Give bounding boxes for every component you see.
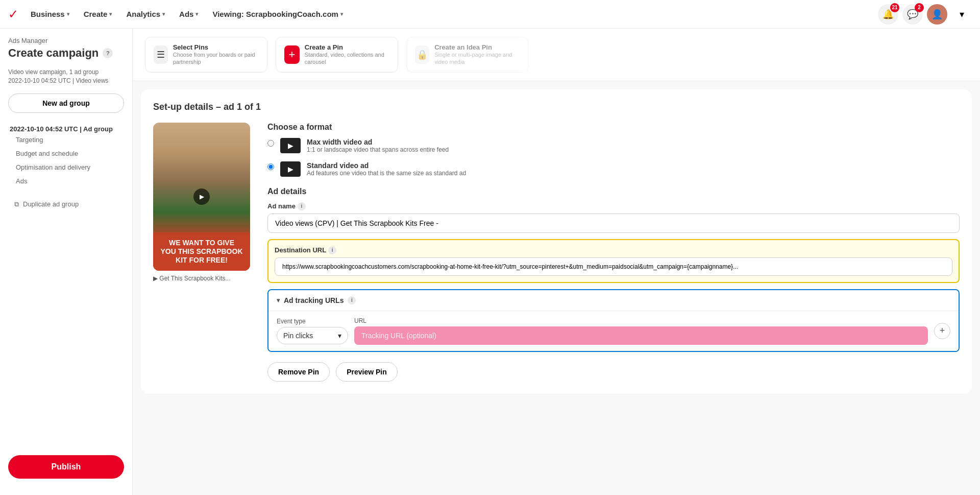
ad-name-input[interactable] xyxy=(267,214,960,233)
select-chevron-icon: ▾ xyxy=(338,332,341,340)
ads-chevron-icon: ▾ xyxy=(195,11,198,17)
notifications-button[interactable]: 🔔 21 xyxy=(878,4,898,25)
max-width-format-icon: ▶ xyxy=(280,138,301,153)
lock-icon: 🔒 xyxy=(415,45,429,64)
max-width-radio[interactable] xyxy=(267,140,274,147)
create-pin-icon: + xyxy=(284,45,300,64)
create-pin-option[interactable]: + Create a Pin Standard, video, collecti… xyxy=(276,37,398,73)
ad-details-subsection: Ad details Ad name i Destination URL i xyxy=(267,187,960,382)
tracking-info-icon[interactable]: i xyxy=(348,296,356,304)
new-ad-group-button[interactable]: New ad group xyxy=(8,93,124,113)
user-avatar[interactable]: 👤 xyxy=(927,4,947,25)
preview-pin-button[interactable]: Preview Pin xyxy=(336,362,398,382)
viewing-chevron-icon: ▾ xyxy=(340,11,343,17)
nav-business[interactable]: Business ▾ xyxy=(24,6,76,22)
tracking-row: Event type Pin clicks ▾ URL xyxy=(277,317,950,345)
sidebar-item-targeting[interactable]: Targeting xyxy=(10,133,124,147)
tracking-body: Event type Pin clicks ▾ URL xyxy=(268,311,959,351)
standard-video-format-option[interactable]: ▶ Standard video ad Ad features one vide… xyxy=(267,161,960,177)
pinterest-logo[interactable]: ✓ xyxy=(8,7,18,21)
select-pins-icon: ☰ xyxy=(154,45,168,64)
message-badge: 2 xyxy=(915,3,924,12)
analytics-chevron-icon: ▾ xyxy=(162,11,165,17)
preview-caption: ▶ Get This Scrapbook Kits... xyxy=(153,275,255,282)
notification-badge: 21 xyxy=(890,3,899,12)
setup-grid: ▶ WE WANT TO GIVE YOU THIS SCRAPBOOK KIT… xyxy=(153,123,960,382)
tracking-url-input[interactable] xyxy=(354,326,928,345)
destination-url-section: Destination URL i xyxy=(267,239,960,283)
nav-analytics[interactable]: Analytics ▾ xyxy=(120,6,171,22)
duplicate-ad-group-button[interactable]: ⧉ Duplicate ad group xyxy=(0,196,132,213)
messages-button[interactable]: 💬 2 xyxy=(902,4,923,25)
ad-tracking-toggle[interactable]: ▾ Ad tracking URLs i xyxy=(268,290,959,311)
sidebar: Ads Manager Create campaign ? Video view… xyxy=(0,29,133,495)
select-pins-option[interactable]: ☰ Select Pins Choose from your boards or… xyxy=(145,37,267,73)
business-chevron-icon: ▾ xyxy=(67,11,69,17)
sidebar-item-budget[interactable]: Budget and schedule xyxy=(10,147,124,160)
sidebar-item-ads[interactable]: Ads xyxy=(10,174,124,188)
event-type-select[interactable]: Pin clicks ▾ xyxy=(277,327,348,344)
create-idea-pin-option[interactable]: 🔒 Create an Idea Pin Single or multi-pag… xyxy=(406,37,529,73)
copy-icon: ⧉ xyxy=(14,200,19,208)
sidebar-item-optimisation[interactable]: Optimisation and delivery xyxy=(10,160,124,174)
ad-tracking-section: ▾ Ad tracking URLs i Event type Pin cli xyxy=(267,289,960,352)
breadcrumb: Ads Manager xyxy=(0,37,132,46)
ad-group-header[interactable]: 2022-10-10 04:52 UTC | Ad group xyxy=(10,125,124,133)
create-pin-text: Create a Pin Standard, video, collection… xyxy=(305,43,389,66)
page-layout: Ads Manager Create campaign ? Video view… xyxy=(0,29,980,495)
max-width-format-text: Max width video ad 1:1 or landscape vide… xyxy=(307,138,449,153)
ad-preview-image: ▶ WE WANT TO GIVE YOU THIS SCRAPBOOK KIT… xyxy=(153,123,250,271)
remove-pin-button[interactable]: Remove Pin xyxy=(267,362,330,382)
ad-name-info-icon[interactable]: i xyxy=(298,202,306,210)
nav-ads[interactable]: Ads ▾ xyxy=(173,6,204,22)
campaign-meta: Video view campaign, 1 ad group 2022-10-… xyxy=(0,68,132,93)
create-chevron-icon: ▾ xyxy=(109,11,112,17)
play-icon: ▶ xyxy=(193,188,210,205)
nav-viewing[interactable]: Viewing: ScrapbookingCoach.com ▾ xyxy=(206,6,349,22)
top-nav: ✓ Business ▾ Create ▾ Analytics ▾ Ads ▾ … xyxy=(0,0,980,29)
create-idea-pin-text: Create an Idea Pin Single or multi-page … xyxy=(434,43,520,66)
chevron-down-icon: ▾ xyxy=(277,297,280,304)
ad-details-column: Choose a format ▶ Max width video ad 1:1… xyxy=(267,123,960,382)
event-type-column: Event type Pin clicks ▾ xyxy=(277,318,348,344)
choose-format-label: Choose a format xyxy=(267,123,960,132)
add-tracking-url-button[interactable]: + xyxy=(934,323,950,339)
tracking-url-column: URL xyxy=(354,317,928,345)
setup-title: Set-up details – ad 1 of 1 xyxy=(153,102,960,112)
destination-url-input[interactable] xyxy=(275,257,952,276)
ad-group-section: 2022-10-10 04:52 UTC | Ad group Targetin… xyxy=(0,121,132,192)
max-width-format-option[interactable]: ▶ Max width video ad 1:1 or landscape vi… xyxy=(267,138,960,153)
pin-selector-bar: ☰ Select Pins Choose from your boards or… xyxy=(133,29,980,81)
destination-url-info-icon[interactable]: i xyxy=(328,246,336,254)
ad-name-label: Ad name i xyxy=(267,202,960,210)
ad-preview-column: ▶ WE WANT TO GIVE YOU THIS SCRAPBOOK KIT… xyxy=(153,123,255,382)
help-icon[interactable]: ? xyxy=(103,48,113,58)
standard-video-radio[interactable] xyxy=(267,163,274,170)
bottom-buttons: Remove Pin Preview Pin xyxy=(267,362,960,382)
main-content: ☰ Select Pins Choose from your boards or… xyxy=(133,29,980,495)
select-pins-text: Select Pins Choose from your boards or p… xyxy=(173,43,259,66)
destination-url-label: Destination URL i xyxy=(275,246,952,254)
nav-create[interactable]: Create ▾ xyxy=(78,6,118,22)
standard-video-format-text: Standard video ad Ad features one video … xyxy=(307,161,466,177)
page-title: Create campaign ? xyxy=(0,46,132,68)
sidebar-bottom: Publish xyxy=(0,447,132,487)
preview-overlay: WE WANT TO GIVE YOU THIS SCRAPBOOK KIT F… xyxy=(153,232,250,270)
ad-details-label: Ad details xyxy=(267,187,960,196)
account-chevron-button[interactable]: ▾ xyxy=(951,4,972,25)
nav-right: 🔔 21 💬 2 👤 ▾ xyxy=(878,4,972,25)
publish-button[interactable]: Publish xyxy=(8,455,124,479)
standard-video-format-icon: ▶ xyxy=(280,161,301,177)
setup-details-section: Set-up details – ad 1 of 1 ▶ WE WANT TO … xyxy=(141,89,972,394)
